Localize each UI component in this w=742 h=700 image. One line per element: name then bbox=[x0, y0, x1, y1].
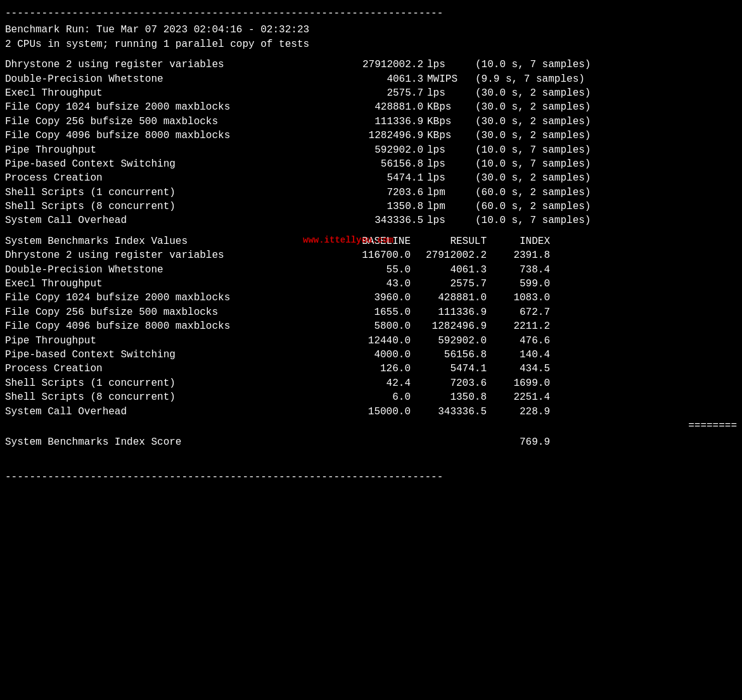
metric-name: Process Creation bbox=[5, 171, 335, 185]
index-row-name: Shell Scripts (1 concurrent) bbox=[5, 376, 335, 390]
metric-name: Dhrystone 2 using register variables bbox=[5, 58, 335, 72]
metric-detail: (30.0 s, 2 samples) bbox=[475, 100, 591, 114]
index-row-name: File Copy 1024 bufsize 2000 maxblocks bbox=[5, 291, 335, 305]
metric-row: Shell Scripts (8 concurrent)1350.8lpm(60… bbox=[5, 200, 737, 213]
index-row-baseline: 3960.0 bbox=[335, 291, 411, 305]
index-row-name: Double-Precision Whetstone bbox=[5, 263, 335, 277]
metric-row: Dhrystone 2 using register variables2791… bbox=[5, 58, 737, 72]
metric-detail: (10.0 s, 7 samples) bbox=[475, 143, 591, 157]
index-row-baseline: 4000.0 bbox=[335, 348, 411, 362]
index-section: System Benchmarks Index Values www.ittel… bbox=[5, 234, 737, 450]
col-result-header: RESULT bbox=[411, 234, 487, 248]
metric-value: 27912002.2 bbox=[335, 58, 423, 72]
metric-name: Shell Scripts (8 concurrent) bbox=[5, 200, 335, 213]
index-row-baseline: 55.0 bbox=[335, 263, 411, 277]
metric-row: System Call Overhead343336.5lps(10.0 s, … bbox=[5, 213, 737, 227]
metric-detail: (10.0 s, 7 samples) bbox=[475, 58, 591, 72]
separator-bottom: ----------------------------------------… bbox=[5, 470, 737, 484]
metric-name: Execl Throughput bbox=[5, 86, 335, 100]
cpu-line: 2 CPUs in system; running 1 parallel cop… bbox=[5, 37, 737, 51]
index-data-row: System Call Overhead15000.0343336.5228.9 bbox=[5, 405, 737, 419]
index-rows-container: Dhrystone 2 using register variables1167… bbox=[5, 248, 737, 419]
index-row-baseline: 6.0 bbox=[335, 390, 411, 404]
index-row-result: 428881.0 bbox=[411, 291, 487, 305]
index-row-baseline: 116700.0 bbox=[335, 248, 411, 262]
metric-unit: MWIPS bbox=[427, 72, 471, 86]
metric-row: Pipe-based Context Switching56156.8lps(1… bbox=[5, 157, 737, 171]
metric-unit: lps bbox=[427, 171, 471, 185]
separator-top: ----------------------------------------… bbox=[5, 6, 737, 20]
index-row-index: 738.4 bbox=[487, 263, 550, 277]
metric-row: Pipe Throughput592902.0lps(10.0 s, 7 sam… bbox=[5, 143, 737, 157]
metric-row: File Copy 4096 bufsize 8000 maxblocks128… bbox=[5, 129, 737, 143]
metric-detail: (30.0 s, 2 samples) bbox=[475, 171, 591, 185]
terminal-container: ----------------------------------------… bbox=[5, 6, 737, 485]
index-row-result: 111336.9 bbox=[411, 305, 487, 319]
index-row-name: Process Creation bbox=[5, 362, 335, 376]
index-row-index: 2211.2 bbox=[487, 319, 550, 333]
index-row-index: 1699.0 bbox=[487, 376, 550, 390]
metric-detail: (9.9 s, 7 samples) bbox=[475, 72, 585, 86]
index-row-name: Shell Scripts (8 concurrent) bbox=[5, 390, 335, 404]
metric-row: Double-Precision Whetstone4061.3MWIPS(9.… bbox=[5, 72, 737, 86]
metric-name: File Copy 1024 bufsize 2000 maxblocks bbox=[5, 100, 335, 114]
metric-value: 1350.8 bbox=[335, 200, 423, 213]
metric-name: File Copy 4096 bufsize 8000 maxblocks bbox=[5, 129, 335, 143]
metric-row: File Copy 1024 bufsize 2000 maxblocks428… bbox=[5, 100, 737, 114]
metric-value: 1282496.9 bbox=[335, 129, 423, 143]
index-data-row: Shell Scripts (8 concurrent)6.01350.8225… bbox=[5, 390, 737, 404]
index-data-row: Double-Precision Whetstone55.04061.3738.… bbox=[5, 263, 737, 277]
index-row-name: Dhrystone 2 using register variables bbox=[5, 248, 335, 262]
metric-name: Pipe Throughput bbox=[5, 143, 335, 157]
equals-row: ======== bbox=[5, 419, 737, 433]
index-data-row: Dhrystone 2 using register variables1167… bbox=[5, 248, 737, 262]
metric-unit: lps bbox=[427, 157, 471, 171]
index-row-index: 476.6 bbox=[487, 334, 550, 348]
score-row: System Benchmarks Index Score 769.9 bbox=[5, 435, 737, 449]
metric-unit: lps bbox=[427, 58, 471, 72]
index-row-result: 1282496.9 bbox=[411, 319, 487, 333]
index-data-row: Pipe Throughput12440.0592902.0476.6 bbox=[5, 334, 737, 348]
metric-unit: lps bbox=[427, 143, 471, 157]
index-row-baseline: 15000.0 bbox=[335, 405, 411, 419]
index-row-index: 672.7 bbox=[487, 305, 550, 319]
index-data-row: File Copy 1024 bufsize 2000 maxblocks396… bbox=[5, 291, 737, 305]
index-row-result: 592902.0 bbox=[411, 334, 487, 348]
metric-detail: (30.0 s, 2 samples) bbox=[475, 129, 591, 143]
index-row-result: 27912002.2 bbox=[411, 248, 487, 262]
metric-detail: (60.0 s, 2 samples) bbox=[475, 186, 591, 200]
metric-unit: lps bbox=[427, 213, 471, 227]
col-index-header: INDEX bbox=[487, 234, 550, 248]
metrics-section: Dhrystone 2 using register variables2791… bbox=[5, 58, 737, 228]
metric-value: 428881.0 bbox=[335, 100, 423, 114]
metric-name: Pipe-based Context Switching bbox=[5, 157, 335, 171]
index-row-name: Pipe-based Context Switching bbox=[5, 348, 335, 362]
metric-name: Shell Scripts (1 concurrent) bbox=[5, 186, 335, 200]
metric-detail: (30.0 s, 2 samples) bbox=[475, 115, 591, 129]
index-row-baseline: 126.0 bbox=[335, 362, 411, 376]
run-line: Benchmark Run: Tue Mar 07 2023 02:04:16 … bbox=[5, 23, 737, 37]
watermark: www.ittellyou.com bbox=[303, 234, 393, 247]
metric-unit: KBps bbox=[427, 100, 471, 114]
metric-value: 56156.8 bbox=[335, 157, 423, 171]
index-header-row: System Benchmarks Index Values www.ittel… bbox=[5, 234, 737, 248]
index-row-name: Execl Throughput bbox=[5, 277, 335, 291]
index-row-baseline: 5800.0 bbox=[335, 319, 411, 333]
index-row-index: 599.0 bbox=[487, 277, 550, 291]
metric-value: 5474.1 bbox=[335, 171, 423, 185]
metric-row: Shell Scripts (1 concurrent)7203.6lpm(60… bbox=[5, 186, 737, 200]
index-data-row: Execl Throughput43.02575.7599.0 bbox=[5, 277, 737, 291]
benchmark-header: Benchmark Run: Tue Mar 07 2023 02:04:16 … bbox=[5, 23, 737, 51]
index-row-result: 5474.1 bbox=[411, 362, 487, 376]
index-header-label: System Benchmarks Index Values bbox=[5, 234, 335, 248]
index-row-result: 56156.8 bbox=[411, 348, 487, 362]
index-data-row: Process Creation126.05474.1434.5 bbox=[5, 362, 737, 376]
metric-name: System Call Overhead bbox=[5, 213, 335, 227]
metric-value: 2575.7 bbox=[335, 86, 423, 100]
index-row-baseline: 12440.0 bbox=[335, 334, 411, 348]
metric-unit: lpm bbox=[427, 186, 471, 200]
index-row-name: File Copy 4096 bufsize 8000 maxblocks bbox=[5, 319, 335, 333]
metric-value: 7203.6 bbox=[335, 186, 423, 200]
equals-spacer bbox=[5, 419, 674, 433]
metric-detail: (60.0 s, 2 samples) bbox=[475, 200, 591, 213]
